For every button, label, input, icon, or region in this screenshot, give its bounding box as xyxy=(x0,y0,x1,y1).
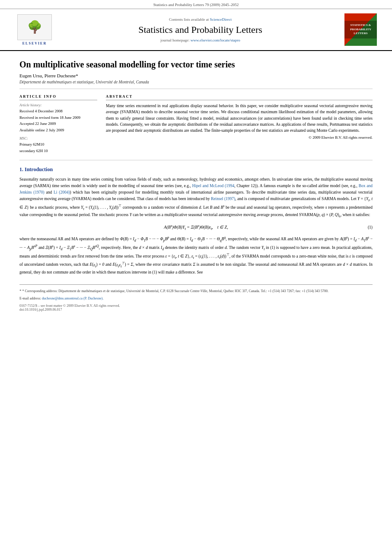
journal-logo-section: STATISTICS & PROBABILITY LETTERS xyxy=(344,13,379,46)
accepted-date: Accepted 22 June 2009 xyxy=(19,121,97,127)
elsevier-tree-logo: 🌳 xyxy=(17,14,52,40)
journal-logo-text: STATISTICS & PROBABILITY LETTERS xyxy=(344,21,377,38)
word-seasonal: seasonal xyxy=(345,177,359,182)
article-title-section: On multiplicative seasonal modelling for… xyxy=(19,51,373,89)
journal-title: Statistics and Probability Letters xyxy=(65,24,336,35)
elsevier-logo: 🌳 ELSEVIER xyxy=(13,14,56,45)
main-content: On multiplicative seasonal modelling for… xyxy=(0,51,392,312)
article-history-label: Article history: xyxy=(19,103,97,107)
sciencedirect-link[interactable]: ScienceDirect xyxy=(210,17,232,22)
journal-homepage: journal homepage: www.elsevier.com/locat… xyxy=(65,38,336,42)
article-info-abstract: ARTICLE INFO Article history: Received 4… xyxy=(19,94,373,160)
introduction-paragraph2: where the nonseasonal AR and MA operator… xyxy=(19,235,373,276)
revised-date: Received in revised form 18 June 2009 xyxy=(19,115,97,121)
article-title: On multiplicative seasonal modelling for… xyxy=(19,60,373,70)
article-authors: Eugen Ursu, Pierre Duchesne* xyxy=(19,73,373,78)
footnote-star-symbol: * xyxy=(19,289,22,293)
msc-secondary: secondary 62H 10 xyxy=(19,148,97,154)
footnote-star-note: * * Corresponding address: Département d… xyxy=(19,288,373,294)
introduction-paragraph1: Seasonality naturally occurs in many tim… xyxy=(19,176,373,220)
section-number: 1. xyxy=(19,166,25,172)
received-date: Received 4 December 2008 xyxy=(19,108,97,114)
homepage-label: journal homepage: xyxy=(160,38,189,42)
introduction-section: 1. Introduction Seasonality naturally oc… xyxy=(19,166,373,276)
footnote-address: * Corresponding address: Département de … xyxy=(22,289,329,293)
sciencedirect-line: Contents lists available at ScienceDirec… xyxy=(65,17,336,22)
msc-label: MSC: xyxy=(19,136,97,140)
article-info-header: ARTICLE INFO xyxy=(19,94,97,100)
journal-header: 🌳 ELSEVIER Contents lists available at S… xyxy=(0,9,392,51)
page-container: Statistics and Probability Letters 79 (2… xyxy=(0,0,392,535)
equation-1-content: A(Bs)Φ(B)Yt = Ξ(Bs)Θ(B)εt, t ∈ Z, xyxy=(19,224,373,231)
authors-text: Eugen Ursu, Pierre Duchesne* xyxy=(19,73,78,78)
article-affiliation: Département de mathématiques et statisti… xyxy=(19,80,373,84)
ref-hipel-mcleod[interactable]: Hipel and McLeod (1994 xyxy=(192,184,235,188)
equation-1-block: A(Bs)Φ(B)Yt = Ξ(Bs)Θ(B)εt, t ∈ Z, (1) xyxy=(19,224,373,231)
msc-primary: Primary 62M10 xyxy=(19,142,97,147)
ref-reinsel[interactable]: Reinsel (1997) xyxy=(211,197,235,201)
footer-copyright: 0167-7152/$ – see front matter © 2009 El… xyxy=(19,304,373,312)
article-info-col: ARTICLE INFO Article history: Received 4… xyxy=(19,94,97,155)
journal-top-bar: Statistics and Probability Letters 79 (2… xyxy=(0,0,392,9)
section-title: 1. Introduction xyxy=(19,166,373,173)
abstract-copyright: © 2009 Elsevier B.V. All rights reserved… xyxy=(106,135,373,140)
email-label: E-mail address: xyxy=(19,296,41,300)
ref-li-2004[interactable]: Li (2004) xyxy=(54,190,70,194)
footer-section: * * Corresponding address: Département d… xyxy=(19,284,373,312)
email-note: E-mail address: duchesne@dms.umontreal.c… xyxy=(19,296,373,301)
abstract-header: ABSTRACT xyxy=(106,94,373,100)
msc-section: MSC: Primary 62M10 secondary 62H 10 xyxy=(19,136,97,153)
journal-volume-info: Statistics and Probability Letters 79 (2… xyxy=(153,3,239,7)
tree-icon: 🌳 xyxy=(27,21,42,33)
elsevier-brand-text: ELSEVIER xyxy=(22,41,47,45)
contents-label: Contents lists available at xyxy=(169,17,209,22)
journal-title-section: Contents lists available at ScienceDirec… xyxy=(56,17,344,42)
homepage-link[interactable]: www.elsevier.com/locate/stapro xyxy=(191,38,240,42)
copyright-line: 0167-7152/$ – see front matter © 2009 El… xyxy=(19,304,373,308)
equation-1-number: (1) xyxy=(368,225,373,229)
email-address: duchesne@dms.umontreal.ca (P. Duchesne). xyxy=(42,296,103,300)
journal-logo-box: STATISTICS & PROBABILITY LETTERS xyxy=(344,13,377,46)
section-label: Introduction xyxy=(25,166,53,172)
doi-line: doi:10.1016/j.jspl.2009.06.017 xyxy=(19,308,373,312)
abstract-col: ABSTRACT Many time series encountered in… xyxy=(106,94,373,155)
available-date: Available online 2 July 2009 xyxy=(19,127,97,133)
abstract-text: Many time series encountered in real app… xyxy=(106,103,373,134)
elsevier-logo-section: 🌳 ELSEVIER xyxy=(13,14,56,45)
